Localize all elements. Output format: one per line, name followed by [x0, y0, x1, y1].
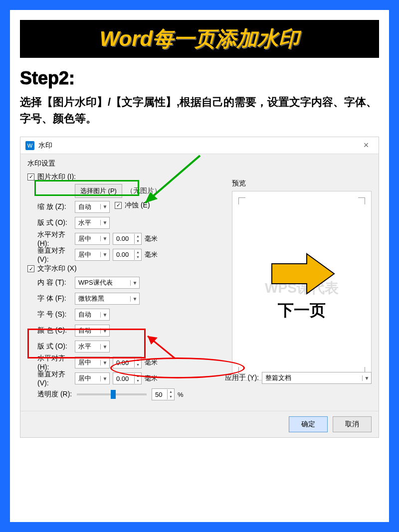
chevron-down-icon: ▼	[362, 375, 371, 381]
close-icon[interactable]: ×	[359, 140, 374, 151]
valign1-unit: 毫米	[145, 250, 158, 259]
preview-page: WPS课代表 下一页	[232, 191, 372, 380]
pic-watermark-label: 图片水印 (I):	[37, 173, 76, 181]
layout2-select[interactable]: 水平 ▼	[75, 341, 110, 353]
chevron-up-icon: ▲	[135, 373, 141, 378]
layout1-select[interactable]: 水平 ▼	[75, 217, 110, 229]
no-picture-text: （无图片）	[126, 186, 161, 195]
apply-to-select[interactable]: 整篇文档 ▼	[262, 372, 372, 384]
chevron-down-icon: ▼	[100, 220, 109, 225]
svg-marker-0	[272, 254, 334, 294]
chevron-up-icon: ▲	[135, 234, 141, 239]
valign1-label: 垂直对齐 (V):	[27, 246, 75, 263]
zoom-label: 缩 放 (Z):	[27, 202, 75, 211]
valign1-select[interactable]: 居中 ▼	[75, 249, 110, 261]
preview-panel: 预览 WPS课代表 下一页	[232, 179, 372, 380]
font-label: 字 体 (F):	[27, 294, 75, 303]
chevron-down-icon: ▼	[100, 312, 109, 318]
step-description: 选择【图片水印】/【文字属性】,根据自己的需要，设置文字内容、字体、字号、颜色等…	[20, 94, 379, 127]
chevron-down-icon: ▼	[100, 236, 109, 241]
chevron-down-icon: ▼	[100, 252, 109, 257]
text-watermark-checkbox[interactable]: ✓ 文字水印 (X)	[27, 264, 77, 273]
preview-label: 预览	[232, 179, 372, 188]
zoom-select[interactable]: 自动 ▼	[75, 201, 110, 213]
check-icon: ✓	[27, 265, 34, 272]
apply-to-label: 应用于 (Y):	[225, 373, 259, 382]
color-select[interactable]: 自动 ▼	[75, 325, 110, 337]
halign2-unit: 毫米	[145, 358, 158, 367]
chevron-up-icon: ▲	[168, 389, 174, 394]
chevron-down-icon: ▼	[130, 280, 139, 286]
dialog-titlebar: W 水印 ×	[20, 137, 379, 154]
check-icon: ✓	[27, 174, 34, 180]
wps-app-icon: W	[25, 141, 34, 150]
opacity-label: 透明度 (R):	[27, 390, 75, 399]
chevron-down-icon: ▼	[135, 239, 141, 244]
halign2-label: 水平对齐 (H):	[27, 354, 75, 371]
font-select[interactable]: 微软雅黑 ▼	[75, 293, 140, 305]
size-select[interactable]: 自动 ▼	[75, 309, 110, 321]
step-label: Step2:	[20, 68, 379, 89]
chevron-down-icon: ▼	[135, 378, 141, 383]
chevron-down-icon: ▼	[100, 344, 109, 350]
valign2-offset[interactable]: 0.00 ▲▼	[113, 372, 142, 384]
valign2-label: 垂直对齐 (V):	[27, 370, 75, 387]
size-label: 字 号 (S):	[27, 310, 75, 319]
opacity-unit: %	[178, 391, 184, 398]
watermark-dialog: W 水印 × 水印设置 ✓ 图片水印 (I): 选择图片 (P) （无图片） 缩…	[20, 137, 379, 438]
cancel-button[interactable]: 取消	[333, 416, 372, 432]
chevron-down-icon: ▼	[100, 360, 109, 365]
chevron-down-icon: ▼	[135, 362, 141, 367]
color-label: 颜 色 (C):	[27, 326, 75, 335]
erode-label: 冲蚀 (E)	[125, 201, 150, 210]
content-label: 内 容 (T):	[27, 278, 75, 287]
layout1-label: 版 式 (O):	[27, 218, 75, 227]
dialog-title-text: 水印	[38, 141, 359, 150]
halign1-unit: 毫米	[145, 234, 158, 243]
valign2-select[interactable]: 居中 ▼	[75, 372, 110, 384]
ok-button[interactable]: 确定	[289, 416, 328, 432]
chevron-down-icon: ▼	[130, 296, 139, 302]
check-icon: ✓	[115, 202, 122, 209]
watermark-settings-label: 水印设置	[27, 159, 222, 168]
chevron-down-icon: ▼	[100, 204, 109, 209]
valign2-unit: 毫米	[145, 374, 158, 383]
chevron-up-icon: ▲	[135, 357, 141, 362]
layout2-label: 版 式 (O):	[27, 342, 75, 351]
halign1-select[interactable]: 居中 ▼	[75, 233, 110, 245]
halign1-offset[interactable]: 0.00 ▲▼	[113, 233, 142, 245]
halign2-select[interactable]: 居中 ▼	[75, 356, 110, 368]
next-page-arrow-icon	[267, 251, 337, 296]
tutorial-title: Word每一页添加水印	[100, 27, 300, 50]
erode-checkbox[interactable]: ✓ 冲蚀 (E)	[115, 201, 150, 210]
chevron-down-icon: ▼	[168, 394, 174, 399]
chevron-down-icon: ▼	[100, 328, 109, 334]
text-watermark-label: 文字水印 (X)	[37, 264, 77, 273]
chevron-up-icon: ▲	[135, 250, 141, 255]
valign1-offset[interactable]: 0.00 ▲▼	[113, 249, 142, 261]
chevron-down-icon: ▼	[100, 376, 109, 381]
halign1-label: 水平对齐 (H):	[27, 230, 75, 247]
select-picture-button[interactable]: 选择图片 (P)	[75, 184, 122, 198]
chevron-down-icon: ▼	[135, 255, 141, 260]
opacity-spinner[interactable]: 50 ▲▼	[152, 388, 175, 400]
halign2-offset[interactable]: 0.00 ▲▼	[113, 356, 142, 368]
pic-watermark-checkbox[interactable]: ✓ 图片水印 (I):	[27, 173, 76, 181]
content-select[interactable]: WPS课代表 ▼	[75, 277, 140, 289]
opacity-slider[interactable]	[77, 393, 147, 395]
tutorial-title-banner: Word每一页添加水印	[20, 20, 379, 58]
next-page-text: 下一页	[278, 300, 326, 322]
